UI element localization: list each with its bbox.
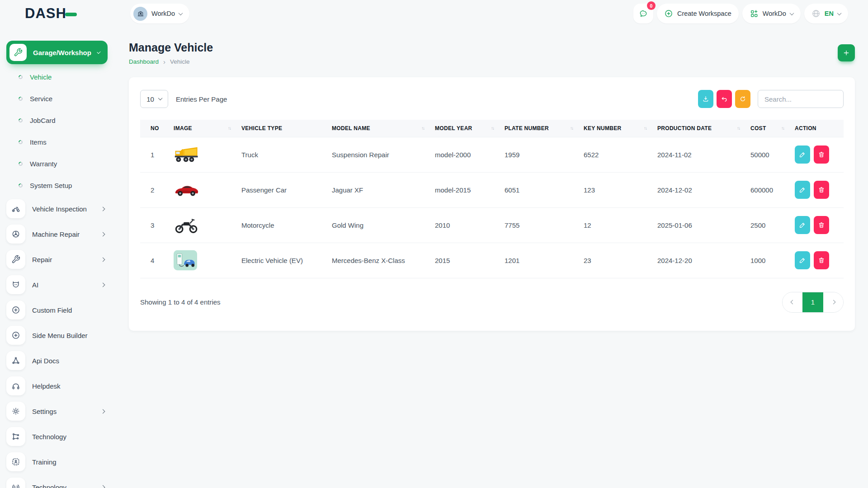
cell-production-date: 2024-12-20	[653, 243, 746, 278]
chat-badge: 0	[647, 1, 656, 10]
workspace-avatar	[133, 7, 147, 21]
messages-button[interactable]: 0	[633, 4, 653, 23]
cell-plate-number: 1201	[500, 243, 579, 278]
edit-button[interactable]	[795, 181, 810, 199]
pagination-next-button[interactable]	[823, 292, 843, 312]
sidebar-group-technology-2[interactable]: Technology	[0, 474, 115, 488]
cell-production-date: 2025-01-06	[653, 207, 746, 243]
cell-production-date: 2024-12-02	[653, 172, 746, 207]
workspace-switcher[interactable]: WorkDo	[130, 4, 189, 23]
delete-button[interactable]	[814, 181, 829, 199]
chevron-right-icon	[101, 232, 105, 236]
cell-cost: 1000	[746, 243, 790, 278]
sort-icon[interactable]: ↑↓	[228, 126, 232, 131]
col-header-cost[interactable]: COST↑↓	[746, 120, 790, 137]
search-input[interactable]	[758, 90, 844, 108]
cell-key-number: 123	[579, 172, 653, 207]
delete-button[interactable]	[814, 216, 829, 234]
app-switcher[interactable]: WorkDo	[742, 4, 801, 23]
sidebar-item-items[interactable]: Items	[0, 131, 115, 153]
sidebar-group-label: AI	[32, 281, 38, 289]
sidebar-group-helpdesk[interactable]: Helpdesk	[0, 373, 115, 399]
col-header-model-name[interactable]: MODEL NAME↑↓	[327, 120, 430, 137]
sidebar-item-warranty[interactable]: Warranty	[0, 153, 115, 174]
delete-button[interactable]	[814, 251, 829, 269]
undo-icon	[721, 95, 728, 103]
chevron-down-icon	[837, 11, 842, 15]
cell-plate-number: 1959	[500, 137, 579, 172]
table-footer: Showing 1 to 4 of 4 entries 1	[140, 292, 844, 313]
sidebar-item-system-setup[interactable]: System Setup	[0, 174, 115, 196]
refresh-button[interactable]	[735, 90, 750, 108]
cell-no: 4	[140, 243, 169, 278]
sort-icon[interactable]: ↑↓	[644, 126, 648, 131]
cell-model-year: model-2000	[430, 137, 500, 172]
col-header-plate-number[interactable]: PLATE NUMBER↑↓	[500, 120, 579, 137]
sidebar-group-ai[interactable]: AI	[0, 272, 115, 297]
create-workspace-button[interactable]: Create Workspace	[657, 4, 739, 23]
chevron-right-icon	[101, 409, 105, 413]
sidebar-group-technology[interactable]: Technology	[0, 424, 115, 449]
sort-icon[interactable]: ↑↓	[570, 126, 575, 131]
dash-logo[interactable]: DASH	[0, 5, 115, 22]
sidebar-group-side-menu-builder[interactable]: Side Menu Builder	[0, 323, 115, 348]
plus-circle-icon	[6, 300, 25, 319]
breadcrumb-dashboard-link[interactable]: Dashboard	[129, 58, 159, 65]
sidebar-item-service[interactable]: Service	[0, 88, 115, 109]
cell-vehicle-type: Electric Vehicle (EV)	[237, 243, 327, 278]
cell-model-year: 2015	[430, 243, 500, 278]
sidebar-item-jobcard[interactable]: JobCard	[0, 109, 115, 131]
entries-per-page-select[interactable]: 10	[140, 90, 168, 108]
triangle-nodes-icon	[6, 351, 25, 370]
table-actions	[698, 90, 844, 108]
sidebar-group-machine-repair[interactable]: Machine Repair	[0, 221, 115, 247]
col-header-image[interactable]: IMAGE↑↓	[169, 120, 237, 137]
sidebar-group-api-docs[interactable]: Api Docs	[0, 348, 115, 373]
sidebar-item-label: Vehicle	[30, 73, 52, 81]
export-button[interactable]	[698, 90, 713, 108]
vehicle-image	[174, 144, 200, 165]
sort-icon[interactable]: ↑↓	[737, 126, 741, 131]
sidebar-group-label: Repair	[32, 256, 52, 263]
create-workspace-label: Create Workspace	[677, 10, 731, 17]
edit-button[interactable]	[795, 216, 810, 234]
sort-icon[interactable]: ↑↓	[491, 126, 495, 131]
bullet-icon	[18, 96, 24, 102]
breadcrumb-current: Vehicle	[170, 58, 190, 65]
edit-button[interactable]	[795, 251, 810, 269]
reset-button[interactable]	[717, 90, 732, 108]
chevron-right-icon	[101, 206, 105, 211]
sidebar-group-settings[interactable]: Settings	[0, 399, 115, 424]
col-header-action: ACTION	[790, 120, 844, 137]
pagination-prev-button[interactable]	[783, 292, 802, 312]
branch-icon	[6, 427, 25, 446]
person-frame-icon	[6, 452, 25, 471]
sidebar-group-repair[interactable]: Repair	[0, 247, 115, 272]
chevron-right-icon	[101, 485, 105, 488]
sidebar-group-vehicle-inspection[interactable]: Vehicle Inspection	[0, 196, 115, 221]
cell-no: 3	[140, 207, 169, 243]
edit-button[interactable]	[795, 145, 810, 164]
app-switcher-label: WorkDo	[763, 10, 786, 17]
sort-icon[interactable]: ↑↓	[781, 126, 786, 131]
signal-icon	[6, 478, 25, 488]
delete-button[interactable]	[814, 145, 829, 164]
cell-cost: 50000	[746, 137, 790, 172]
page-header: Manage Vehicle Dashboard › Vehicle	[129, 40, 855, 66]
language-selector[interactable]: EN	[804, 4, 848, 23]
add-vehicle-button[interactable]	[838, 44, 855, 61]
sidebar-item-label: Warranty	[30, 160, 57, 168]
sidebar-group-training[interactable]: Training	[0, 449, 115, 474]
cell-production-date: 2024-11-02	[653, 137, 746, 172]
sidebar-group-garage-workshop[interactable]: Garage/Workshop	[6, 41, 108, 64]
chat-icon	[639, 9, 648, 18]
sort-icon[interactable]: ↑↓	[421, 126, 426, 131]
col-header-key-number[interactable]: KEY NUMBER↑↓	[579, 120, 653, 137]
pagination-page-1[interactable]: 1	[802, 292, 823, 312]
col-header-production-date[interactable]: PRODUCTION DATE↑↓	[653, 120, 746, 137]
sidebar-item-vehicle[interactable]: Vehicle	[0, 66, 115, 88]
col-header-model-year[interactable]: MODEL YEAR↑↓	[430, 120, 500, 137]
sidebar-group-custom-field[interactable]: Custom Field	[0, 297, 115, 323]
sidebar-group-label: Training	[32, 458, 57, 466]
chevron-down-icon	[789, 11, 794, 15]
